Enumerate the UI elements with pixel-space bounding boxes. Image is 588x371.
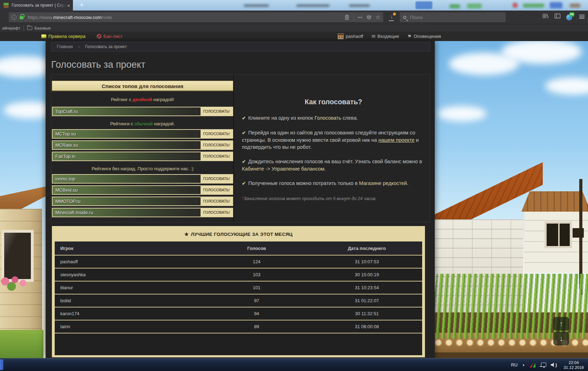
envelope-icon: ✉ [372,34,376,39]
vote-site-name: MMOTOP.ru [53,197,201,205]
volume-icon[interactable]: ) [551,362,557,367]
pocket-icon[interactable] [366,15,372,20]
check-icon: ✔ [242,115,246,121]
extension-badge: DE [569,12,574,16]
check-icon: ✔ [242,159,246,164]
download-badge [393,13,396,15]
tray-app-icon[interactable] [529,362,535,367]
vote-button[interactable]: ГОЛОСОВАТЬ! [201,175,232,183]
voter-date: 31 01:22:07 [312,294,422,307]
network-icon[interactable] [540,363,546,367]
art-birdhouse [573,228,584,238]
voter-cell-empty [55,333,202,354]
vote-site-row: TopCraft.ruГОЛОСОВАТЬ! [52,107,233,116]
vote-button[interactable]: ГОЛОСОВАТЬ! [201,197,232,205]
double-reward-label: Рейтинг с двойной наградой! [52,97,233,102]
https-lock-icon[interactable] [20,16,23,19]
voter-row: stesnyashka10330 15:00:19 [55,268,422,281]
no-reward-label: Рейтинги без наград. Просто поддержите н… [52,166,233,171]
scroll-down-button[interactable]: ↓ [553,332,569,345]
search-bar[interactable]: Поиск [400,12,506,22]
vote-site-row: MCTop.suГОЛОСОВАТЬ! [52,129,233,139]
glass-smudge [244,4,269,7]
howto-bullet: ✔Дождитесь начисления голосов на ваш счё… [242,158,425,172]
sidebar-icon[interactable] [554,13,561,20]
vote-site-name: MCBest.su [53,186,201,194]
glass-smudge [349,4,370,7]
vote-button[interactable]: ГОЛОСОВАТЬ! [201,152,232,160]
voter-row-clipped [55,333,422,354]
bullet-text: слева. [341,115,358,121]
tray-arrow-icon[interactable]: ▲ [522,363,525,366]
page-actions-icon[interactable]: ••• [358,15,363,19]
voter-count: 101 [202,281,312,294]
voter-name: pashaoff [55,255,202,268]
downloads-button[interactable]: ↓ [387,13,396,22]
search-icon [403,16,406,19]
page-info-icon[interactable]: i [12,15,16,20]
inline-link[interactable]: Кабинете [242,166,264,172]
vote-button[interactable]: ГОЛОСОВАТЬ! [201,186,232,194]
table-header-row: Игрок Голосов Дата последнего [55,241,422,255]
glass-smudge [450,4,460,8]
url-bar[interactable]: i https://www.minecraft-moscow.com/vote … [9,12,383,22]
glass-smudge [523,4,544,8]
check-icon: ✔ [242,181,246,186]
howto-title: Как голосовать? [242,98,425,106]
vote-site-name: TopCraft.ru [53,107,201,115]
vote-site-row: Minecraft-Inside.ruГОЛОСОВАТЬ! [52,208,233,217]
nav-user-link[interactable]: pashaoff [338,33,363,39]
bookmark-folder-label: Базовые [34,26,50,30]
voter-row: karon1749430 11:32:51 [55,307,422,320]
inline-link[interactable]: Управление балансом [271,166,324,172]
vote-button[interactable]: ГОЛОСОВАТЬ! [201,208,232,217]
library-icon[interactable] [542,13,549,20]
browser-tab[interactable]: Голосовать за проект | Сервер × [0,0,73,11]
breadcrumb-home-link[interactable]: Главная [57,44,73,49]
voter-date: 30 15:00:19 [312,268,422,281]
tab-close-icon[interactable]: × [66,3,71,8]
nav-banlist-link[interactable]: Бан-лист [97,34,123,39]
voter-name: tairin [55,320,202,333]
reader-mode-icon[interactable] [344,15,350,20]
inline-link[interactable]: Магазине редкостей [359,180,407,186]
star-icon: ★ [184,231,189,237]
page-content: Главная › Голосовать за проект Голосоват… [46,41,435,358]
bullet-text: -> [264,166,271,172]
vote-button[interactable]: ГОЛОСОВАТЬ! [201,141,232,149]
new-tab-button[interactable]: + [76,0,87,11]
tray-app-red [529,363,533,367]
voter-name: titanur [55,281,202,294]
translate-extension-icon[interactable]: DE [566,13,574,20]
nav-rules-link[interactable]: Правила сервера [41,34,86,39]
menu-icon[interactable] [579,15,584,19]
inline-link[interactable]: Голосовать [315,115,341,121]
language-indicator[interactable]: RU [511,362,518,367]
vote-site-row: MCRate.suГОЛОСОВАТЬ! [52,140,233,150]
vote-button[interactable]: ГОЛОСОВАТЬ! [201,130,232,138]
nav-inbox-link[interactable]: ✉ Входящие [372,34,399,39]
ban-icon [97,34,101,39]
voter-date: 31 10:07:53 [312,255,422,268]
url-text: https://www.minecraft-moscow.com/vote [28,15,112,20]
nav-notifications-label: Оповещения [414,34,441,39]
howto-bullets: ✔Кликните на одну из кнопок Голосовать с… [242,114,425,187]
folder-icon [27,26,32,30]
speaker-body [551,363,555,367]
scroll-up-button[interactable]: ↑ [553,317,569,331]
bookmark-star-icon[interactable]: ☆ [376,14,380,20]
bookmark-item[interactable]: айнкрафт [0,26,22,30]
toolbar-separator [353,14,354,20]
vote-site-name: FairTop.in [53,152,201,160]
inline-link[interactable]: нашем проекте [378,137,414,143]
voter-date: 31 10:23:54 [312,281,422,294]
tab-title: Голосовать за проект | Сервер [12,3,66,8]
vote-rows-normal: MCTop.suГОЛОСОВАТЬ!MCRate.suГОЛОСОВАТЬ!F… [52,129,233,161]
vote-site-name: Minecraft-Inside.ru [53,208,201,217]
vote-button[interactable]: ГОЛОСОВАТЬ! [201,107,232,115]
bookmark-folder[interactable]: Базовые [25,26,53,30]
art-small-house-window [545,221,572,248]
nav-notifications-link[interactable]: ⚑ Оповещения [407,34,441,39]
taskbar-clock[interactable]: 22:04 31.12.2018 [561,360,586,370]
taskbar-app-icon[interactable] [0,359,3,370]
